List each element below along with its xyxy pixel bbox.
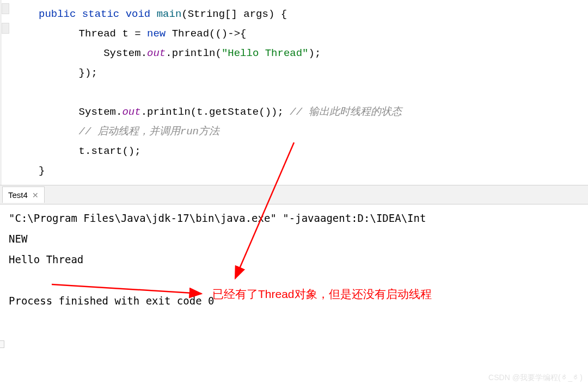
code-line xyxy=(10,83,588,102)
gutter-icon xyxy=(2,23,9,34)
code-line: Thread t = new Thread(()->{ xyxy=(10,24,588,44)
run-tab-bar: Test4 ✕ xyxy=(0,185,588,204)
console-line: "C:\Program Files\Java\jdk-17\bin\java.e… xyxy=(9,208,579,228)
code-line: } xyxy=(10,161,588,181)
tab-label: Test4 xyxy=(8,190,28,200)
annotation-label: 已经有了Thread对象，但是还没有启动线程 xyxy=(212,287,432,302)
close-icon[interactable]: ✕ xyxy=(32,191,39,200)
code-line: System.out.println(t.getState()); // 输出此… xyxy=(10,102,588,122)
watermark: CSDN @我要学编程(ಥ_ಥ) xyxy=(488,373,583,383)
gutter-icon xyxy=(0,340,4,348)
console-line: Hello Thread xyxy=(9,249,579,270)
code-editor[interactable]: public static void main(String[] args) {… xyxy=(0,0,588,185)
code-line: System.out.println("Hello Thread"); xyxy=(10,44,588,63)
code-line: t.start(); xyxy=(10,141,588,161)
console-line: NEW xyxy=(9,228,579,249)
code-line: public static void main(String[] args) { xyxy=(10,4,588,24)
code-line: // 启动线程，并调用run方法 xyxy=(10,122,588,141)
tab-test4[interactable]: Test4 ✕ xyxy=(2,187,45,203)
code-line: }); xyxy=(10,63,588,83)
gutter-icon xyxy=(2,3,9,14)
